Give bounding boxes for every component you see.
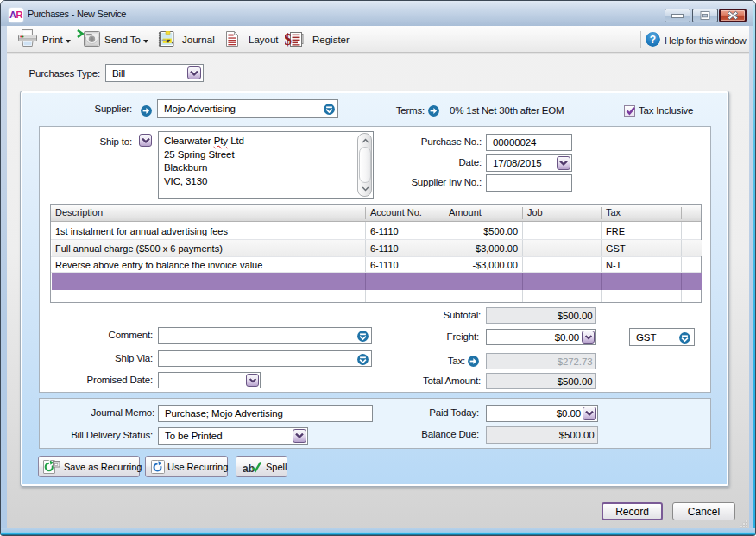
svg-text:?: ? — [650, 34, 656, 46]
svg-text:$: $ — [285, 31, 292, 47]
